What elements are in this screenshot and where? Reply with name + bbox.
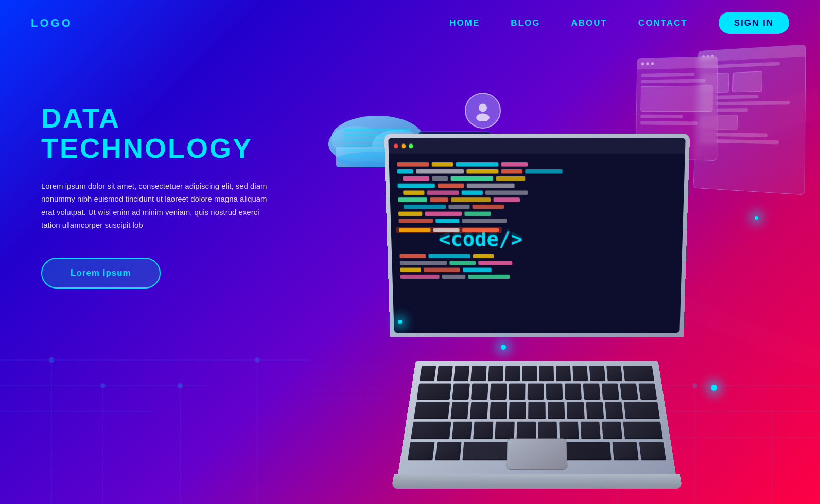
key-caps bbox=[414, 402, 450, 419]
svg-rect-46 bbox=[456, 162, 498, 167]
svg-rect-65 bbox=[485, 190, 528, 194]
svg-rect-47 bbox=[501, 162, 528, 167]
svg-rect-93 bbox=[433, 228, 459, 232]
svg-rect-79 bbox=[399, 254, 426, 258]
svg-rect-59 bbox=[397, 184, 434, 188]
nav-signin-button[interactable]: SIGN IN bbox=[719, 12, 789, 34]
svg-rect-53 bbox=[403, 176, 429, 181]
key bbox=[581, 421, 601, 439]
svg-rect-90 bbox=[468, 275, 510, 279]
key bbox=[538, 421, 557, 439]
window-dot-yellow bbox=[402, 144, 406, 149]
keyboard-row-1 bbox=[420, 366, 654, 381]
svg-rect-84 bbox=[478, 261, 512, 265]
key bbox=[509, 402, 527, 419]
svg-point-24 bbox=[101, 384, 105, 388]
svg-rect-85 bbox=[400, 268, 421, 272]
svg-rect-72 bbox=[473, 205, 504, 209]
key bbox=[470, 402, 488, 419]
svg-rect-69 bbox=[494, 197, 520, 202]
key-shift-right bbox=[623, 421, 663, 439]
key bbox=[556, 366, 571, 381]
svg-rect-83 bbox=[449, 261, 476, 265]
svg-point-42 bbox=[479, 103, 487, 112]
hero-content: DATA TECHNOLOGY Lorem ipsum dolor sit am… bbox=[41, 103, 278, 289]
svg-rect-80 bbox=[428, 254, 470, 258]
key bbox=[602, 421, 622, 439]
key-backspace bbox=[623, 366, 654, 381]
hero-cta-button[interactable]: Lorem ipsum bbox=[41, 258, 161, 289]
key bbox=[437, 366, 453, 381]
svg-rect-54 bbox=[432, 176, 448, 181]
key bbox=[528, 384, 544, 400]
key-alt bbox=[435, 442, 461, 460]
svg-rect-50 bbox=[466, 169, 498, 174]
key bbox=[495, 421, 514, 439]
key-ctrl-right bbox=[639, 442, 666, 460]
svg-rect-82 bbox=[400, 261, 447, 265]
svg-rect-62 bbox=[403, 190, 424, 194]
illustration-area: USER * * * * bbox=[305, 31, 820, 504]
laptop-screen: <code/> <code/> bbox=[384, 134, 690, 337]
laptop: <code/> <code/> bbox=[382, 231, 691, 489]
svg-rect-48 bbox=[397, 169, 413, 174]
glow-dot-4 bbox=[755, 216, 758, 220]
svg-rect-89 bbox=[442, 275, 466, 279]
svg-rect-63 bbox=[427, 190, 459, 194]
key bbox=[451, 421, 472, 439]
window-dot-green bbox=[409, 144, 413, 149]
svg-rect-76 bbox=[398, 219, 433, 223]
hero-description: Lorem ipsum dolor sit amet, consectetuer… bbox=[41, 179, 278, 232]
nav-about[interactable]: ABOUT bbox=[571, 18, 607, 28]
key bbox=[605, 402, 623, 419]
key-ctrl bbox=[408, 442, 435, 460]
svg-rect-35 bbox=[344, 129, 411, 132]
svg-rect-64 bbox=[462, 190, 483, 194]
nav-links: HOME BLOG ABOUT CONTACT SIGN IN bbox=[449, 18, 789, 28]
key bbox=[559, 421, 579, 439]
key bbox=[546, 384, 563, 400]
hero-title: DATA TECHNOLOGY bbox=[41, 103, 278, 164]
key bbox=[620, 384, 638, 400]
nav-logo[interactable]: LOGO bbox=[31, 16, 73, 30]
window-dot-red bbox=[394, 144, 398, 149]
svg-point-26 bbox=[255, 358, 259, 362]
svg-rect-77 bbox=[435, 219, 459, 223]
key bbox=[471, 366, 487, 381]
nav-blog[interactable]: BLOG bbox=[511, 18, 540, 28]
svg-rect-55 bbox=[450, 176, 493, 181]
glow-dot-1 bbox=[501, 345, 506, 350]
svg-rect-73 bbox=[398, 212, 422, 216]
panel-content-2 bbox=[636, 68, 717, 130]
key bbox=[509, 384, 526, 400]
nav-contact[interactable]: CONTACT bbox=[638, 18, 688, 28]
key bbox=[420, 366, 437, 381]
key bbox=[471, 384, 488, 400]
key bbox=[583, 384, 601, 400]
key bbox=[565, 384, 582, 400]
svg-point-23 bbox=[49, 357, 54, 363]
key bbox=[522, 366, 537, 381]
svg-rect-94 bbox=[462, 228, 499, 232]
nav-home[interactable]: HOME bbox=[449, 18, 480, 28]
glow-dot-3 bbox=[711, 385, 717, 391]
key-alt-right bbox=[612, 442, 638, 460]
key bbox=[567, 402, 584, 419]
key bbox=[638, 384, 657, 400]
key bbox=[573, 366, 588, 381]
key bbox=[586, 402, 604, 419]
keyboard-row-3 bbox=[414, 402, 660, 419]
svg-rect-13 bbox=[49, 357, 54, 363]
keyboard-row-4 bbox=[411, 421, 663, 439]
svg-rect-78 bbox=[462, 219, 507, 223]
key bbox=[602, 384, 620, 400]
svg-point-25 bbox=[178, 383, 183, 388]
key bbox=[589, 366, 605, 381]
svg-rect-45 bbox=[432, 162, 453, 167]
svg-rect-68 bbox=[451, 197, 491, 202]
svg-rect-70 bbox=[404, 205, 446, 209]
touchpad[interactable] bbox=[506, 438, 567, 470]
key bbox=[490, 384, 507, 400]
code-display: <code/> <code/> bbox=[389, 154, 685, 327]
key bbox=[516, 421, 535, 439]
